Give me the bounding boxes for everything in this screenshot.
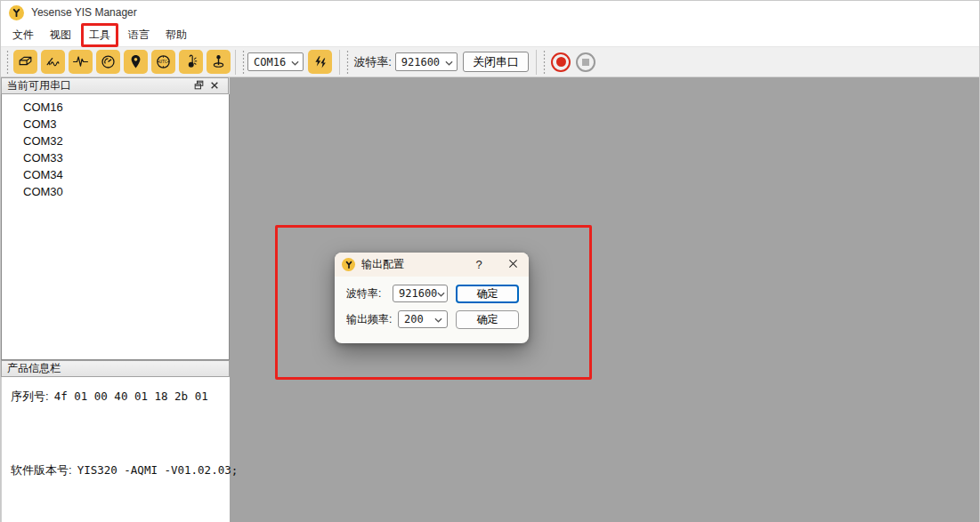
toolbar-grip[interactable]: [4, 51, 10, 74]
attitude-angle-icon: [45, 53, 61, 70]
close-icon: [508, 258, 518, 271]
baud-rate-label: 波特率:: [353, 54, 392, 70]
main-content: 当前可用串口 COM16 COM3 COM32 COM33 COM34 COM3…: [1, 77, 979, 522]
float-panel-button[interactable]: [190, 79, 207, 93]
chevron-down-icon: [434, 313, 442, 325]
dialog-title: 输出配置: [361, 257, 470, 272]
product-info-panel: 序列号:4f 01 00 40 01 18 2b 01 软件版本号:YIS320…: [1, 377, 230, 522]
refresh-ports-button[interactable]: [308, 50, 332, 74]
info-panel-title: 产品信息栏: [7, 361, 61, 376]
attitude-button[interactable]: [41, 50, 65, 74]
cube-3d-icon: [17, 53, 34, 70]
menu-bar: 文件 视图 工具 语言 帮助: [1, 24, 979, 47]
menu-file[interactable]: 文件: [4, 24, 42, 46]
svg-text:UTC: UTC: [159, 59, 167, 64]
baud-rate-value: 921600: [401, 56, 440, 68]
dialog-freq-select[interactable]: 200: [398, 310, 448, 328]
output-config-dialog: 输出配置 ? 波特率: 921600 确定 输出频率:: [335, 253, 529, 343]
ports-panel-header: 当前可用串口: [1, 77, 229, 94]
com-port-value: COM16: [254, 56, 286, 68]
location-button[interactable]: [124, 50, 148, 74]
app-logo-icon: [9, 5, 24, 20]
temperature-icon: [182, 53, 199, 70]
serial-ports-dock: 当前可用串口 COM16 COM3 COM32 COM33 COM34 COM3…: [1, 77, 230, 522]
dialog-freq-value: 200: [404, 313, 424, 325]
close-serial-port-button[interactable]: 关闭串口: [463, 52, 529, 72]
port-list-item[interactable]: COM30: [2, 183, 229, 200]
utc-clock-icon: UTC: [155, 53, 172, 70]
port-list-item[interactable]: COM33: [2, 149, 229, 166]
dialog-freq-label: 输出频率:: [346, 312, 392, 327]
probe-icon: [210, 53, 227, 70]
dialog-logo-icon: [342, 258, 355, 271]
stop-button[interactable]: [576, 52, 595, 72]
baud-ok-button[interactable]: 确定: [456, 285, 519, 303]
record-button[interactable]: [551, 52, 571, 72]
serial-number-line: 序列号:4f 01 00 40 01 18 2b 01: [11, 389, 208, 405]
view-3d-button[interactable]: [13, 50, 37, 74]
serial-number-value: 4f 01 00 40 01 18 2b 01: [54, 389, 208, 403]
menu-tools[interactable]: 工具: [81, 23, 118, 47]
port-list-item[interactable]: COM3: [2, 116, 229, 133]
close-icon: [210, 79, 219, 92]
toolbar-grip[interactable]: [541, 51, 547, 74]
toolbar: UTC COM16 波特率: 921600 关闭串口: [1, 47, 979, 77]
title-bar: Yesense YIS Manager: [1, 1, 979, 24]
dialog-baud-value: 921600: [399, 287, 437, 300]
software-version-label: 软件版本号:: [11, 463, 72, 477]
output-rate-row: 输出频率: 200 确定: [346, 309, 519, 329]
close-panel-button[interactable]: [207, 79, 223, 93]
dialog-baud-select[interactable]: 921600: [393, 285, 448, 302]
toolbar-separator: [536, 50, 537, 75]
location-pin-icon: [127, 53, 144, 70]
toolbar-grip[interactable]: [240, 51, 246, 74]
serial-number-label: 序列号:: [11, 389, 49, 403]
software-version-value: YIS320 -AQMI -V01.02.03;: [77, 463, 239, 477]
toolbar-separator: [235, 50, 236, 75]
float-icon: [194, 79, 204, 92]
chevron-down-icon: [291, 56, 299, 68]
toolbar-grip[interactable]: [344, 51, 350, 74]
ports-panel-title: 当前可用串口: [7, 78, 71, 93]
chevron-down-icon: [437, 287, 445, 300]
utc-clock-button[interactable]: UTC: [151, 50, 175, 74]
dialog-close-button[interactable]: [504, 256, 522, 274]
freq-ok-button[interactable]: 确定: [456, 310, 519, 329]
software-version-line: 软件版本号:YIS320 -AQMI -V01.02.03;: [11, 462, 238, 478]
dialog-title-bar: 输出配置 ?: [335, 253, 529, 277]
toolbar-separator: [339, 50, 340, 75]
com-port-select[interactable]: COM16: [247, 52, 304, 71]
baud-rate-row: 波特率: 921600 确定: [346, 284, 519, 303]
app-window: Yesense YIS Manager 文件 视图 工具 语言 帮助 UTC: [0, 0, 980, 522]
temperature-button[interactable]: [179, 50, 203, 74]
gauge-button[interactable]: [96, 50, 120, 74]
baud-rate-select[interactable]: 921600: [395, 52, 458, 71]
port-list-item[interactable]: COM16: [2, 99, 229, 116]
dialog-help-button[interactable]: ?: [470, 258, 488, 271]
record-icon: [556, 57, 566, 67]
menu-help[interactable]: 帮助: [158, 24, 195, 46]
info-panel-header: 产品信息栏: [1, 360, 230, 377]
chevron-down-icon: [445, 56, 453, 68]
refresh-bolts-icon: [312, 54, 328, 70]
port-list-item[interactable]: COM32: [2, 133, 229, 149]
stop-icon: [582, 59, 589, 66]
dialog-baud-label: 波特率:: [346, 286, 381, 301]
waveform-icon: [72, 53, 89, 70]
port-list-item[interactable]: COM34: [2, 166, 229, 183]
waveform-button[interactable]: [69, 50, 93, 74]
window-title: Yesense YIS Manager: [31, 6, 137, 19]
dialog-body: 波特率: 921600 确定 输出频率: 200 确定: [335, 277, 529, 329]
gauge-icon: [100, 53, 117, 70]
ports-list: COM16 COM3 COM32 COM33 COM34 COM30: [1, 94, 230, 360]
menu-language[interactable]: 语言: [120, 24, 158, 46]
probe-button[interactable]: [207, 50, 231, 74]
menu-view[interactable]: 视图: [42, 24, 79, 46]
